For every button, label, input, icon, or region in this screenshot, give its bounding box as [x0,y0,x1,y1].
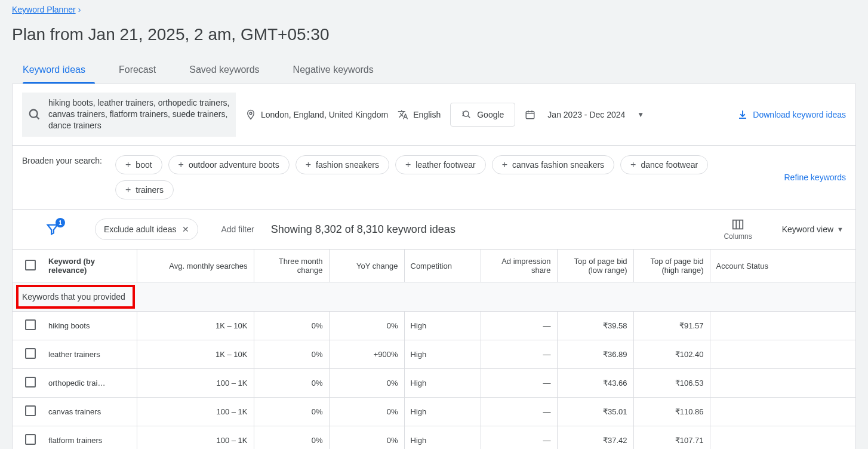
cell-high-bid: ₹110.86 [633,398,710,426]
view-label: Keyword view [782,224,833,234]
calendar-icon [525,109,535,120]
row-checkbox-cell [13,340,42,369]
view-dropdown[interactable]: Keyword view ▼ [782,224,844,234]
col-impression[interactable]: Ad impression share [481,250,557,282]
cell-competition: High [404,312,481,340]
table-row: orthopedic trai… 100 – 1K 0% 0% High — ₹… [13,369,855,398]
cell-keyword: hiking boots [42,312,137,340]
cell-searches: 1K – 10K [137,340,254,369]
broaden-chip-outdoor[interactable]: +outdoor adventure boots [168,155,290,174]
broaden-chip-dance[interactable]: +dance footwear [620,155,708,174]
plus-icon: + [178,160,184,170]
broaden-chip-leather[interactable]: +leather footwear [395,155,486,174]
exclude-adult-chip[interactable]: Exclude adult ideas ✕ [95,219,198,240]
cell-low-bid: ₹37.42 [557,426,633,450]
cell-high-bid: ₹102.40 [633,340,710,369]
cell-low-bid: ₹39.58 [557,312,633,340]
chip-label: leather footwear [415,160,475,170]
row-checkbox[interactable] [25,348,36,359]
search-network-icon [461,109,472,120]
filter-funnel-icon[interactable]: 1 [46,223,59,236]
page-title: Plan from Jan 21, 2025, 2 am, GMT+05:30 [12,25,856,44]
filter-count-badge: 1 [56,218,65,227]
tab-keyword-ideas[interactable]: Keyword ideas [12,57,95,84]
chip-label: fashion sneakers [316,160,379,170]
network-filter[interactable]: Google [450,103,515,127]
row-checkbox-cell [13,369,42,398]
col-keyword[interactable]: Keyword (by relevance) [42,250,137,282]
result-count: Showing 8,302 of 8,310 keyword ideas [271,223,455,236]
cell-3m: 0% [254,369,329,398]
cell-yoy: 0% [329,312,404,340]
svg-line-4 [468,116,470,118]
caret-down-icon: ▼ [637,110,644,119]
cell-keyword: canvas trainers [42,398,137,426]
table-row: canvas trainers 100 – 1K 0% 0% High — ₹3… [13,398,855,426]
columns-button[interactable]: Columns [724,218,752,241]
col-yoy[interactable]: YoY change [329,250,404,282]
cell-yoy: 0% [329,426,404,450]
add-filter-button[interactable]: Add filter [221,224,254,234]
cell-low-bid: ₹36.89 [557,340,633,369]
cell-competition: High [404,369,481,398]
broaden-chip-canvas[interactable]: +canvas fashion sneakers [492,155,614,174]
cell-competition: High [404,398,481,426]
col-low-bid[interactable]: Top of page bid (low range) [557,250,633,282]
tabs: Keyword ideas Forecast Saved keywords Ne… [12,57,856,84]
close-icon[interactable]: ✕ [182,224,189,234]
plus-icon: + [502,160,507,170]
date-range-filter[interactable]: Jan 2023 - Dec 2024 ▼ [525,109,644,120]
keyword-search-box[interactable]: hiking boots, leather trainers, orthoped… [22,93,236,137]
section-label: Keywords that you provided [16,285,135,309]
table-row: leather trainers 1K – 10K 0% +900% High … [13,340,855,369]
cell-yoy: +900% [329,340,404,369]
row-checkbox[interactable] [25,405,36,416]
cell-status [710,369,855,398]
svg-line-1 [36,116,39,119]
tab-forecast[interactable]: Forecast [109,57,165,84]
col-competition[interactable]: Competition [404,250,481,282]
cell-3m: 0% [254,312,329,340]
location-icon [245,109,256,120]
row-checkbox[interactable] [25,434,36,445]
cell-status [710,426,855,450]
broaden-chip-trainers[interactable]: +trainers [115,180,174,199]
cell-searches: 100 – 1K [137,369,254,398]
svg-rect-8 [527,112,535,119]
chip-text: Exclude adult ideas [104,224,176,234]
row-checkbox[interactable] [25,377,36,388]
select-all-checkbox[interactable] [25,260,36,270]
cell-impression: — [481,312,557,340]
row-checkbox[interactable] [25,319,36,330]
col-high-bid[interactable]: Top of page bid (high range) [633,250,710,282]
tab-negative-keywords[interactable]: Negative keywords [284,57,383,84]
language-text: English [413,110,441,119]
cell-yoy: 0% [329,369,404,398]
language-filter[interactable]: English [398,109,441,120]
keyword-table: Keyword (by relevance) Avg. monthly sear… [13,250,855,449]
breadcrumb: Keyword Planner › [12,5,856,14]
col-status[interactable]: Account Status [710,250,855,282]
cell-keyword: leather trainers [42,340,137,369]
refine-keywords-button[interactable]: Refine keywords [784,173,847,182]
broaden-chip-boot[interactable]: +boot [115,155,162,174]
location-filter[interactable]: London, England, United Kingdom [245,109,388,120]
broaden-chip-fashion[interactable]: +fashion sneakers [296,155,389,174]
tab-saved-keywords[interactable]: Saved keywords [180,57,269,84]
cell-searches: 100 – 1K [137,426,254,450]
row-checkbox-cell [13,426,42,450]
cell-status [710,312,855,340]
cell-low-bid: ₹43.66 [557,369,633,398]
col-searches[interactable]: Avg. monthly searches [137,250,254,282]
cell-3m: 0% [254,426,329,450]
columns-label: Columns [724,232,752,241]
network-text: Google [477,110,504,119]
cell-searches: 1K – 10K [137,312,254,340]
chevron-right-icon: › [78,5,81,14]
breadcrumb-link[interactable]: Keyword Planner [12,5,76,14]
download-button[interactable]: Download keyword ideas [737,109,846,120]
cell-status [710,398,855,426]
cell-competition: High [404,340,481,369]
col-3m[interactable]: Three month change [254,250,329,282]
cell-impression: — [481,426,557,450]
